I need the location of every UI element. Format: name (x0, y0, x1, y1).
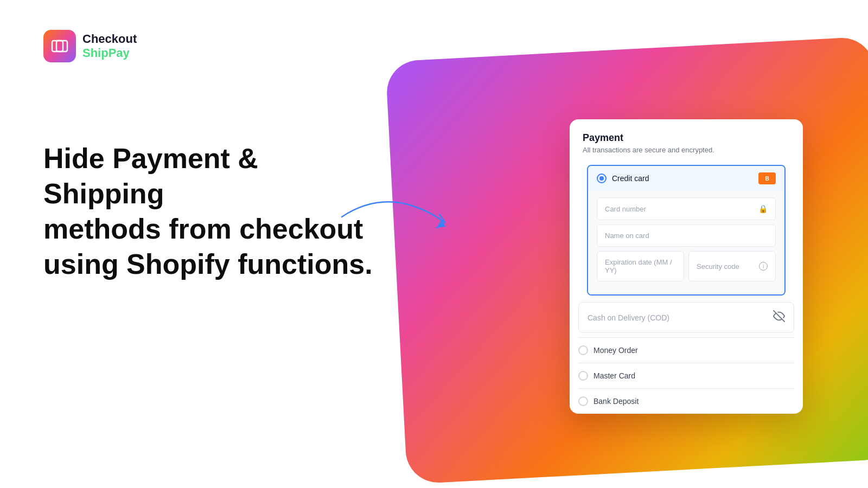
credit-card-section: Credit card B Card number 🔒 Name on card… (578, 165, 794, 296)
bank-deposit-label-area: Bank Deposit (578, 396, 639, 406)
security-code-placeholder: Security code (697, 262, 739, 271)
credit-card-radio[interactable] (597, 174, 607, 183)
card-number-placeholder: Card number (605, 205, 646, 213)
bank-deposit-row[interactable]: Bank Deposit (570, 389, 803, 414)
logo-text: Checkout ShipPay (82, 32, 137, 61)
payment-subtitle: All transactions are secure and encrypte… (583, 146, 790, 154)
cash-on-delivery-row[interactable]: Cash on Delivery (COD) (578, 302, 794, 333)
logo-shippay-text: ShipPay (82, 46, 137, 60)
money-order-radio[interactable] (578, 345, 588, 355)
arrow-decoration (326, 174, 477, 282)
master-card-row[interactable]: Master Card (570, 363, 803, 388)
logo-icon (43, 30, 76, 62)
payment-panel: Payment All transactions are secure and … (570, 119, 803, 414)
money-order-label: Money Order (593, 346, 638, 355)
master-card-label: Master Card (593, 371, 635, 380)
money-order-row[interactable]: Money Order (570, 338, 803, 363)
expiry-security-row: Expiration date (MM / YY) Security code … (597, 251, 776, 286)
bank-deposit-radio[interactable] (578, 396, 588, 406)
name-on-card-field[interactable]: Name on card (597, 224, 776, 247)
cash-on-delivery-label: Cash on Delivery (COD) (588, 313, 669, 322)
payment-title: Payment (583, 132, 790, 144)
credit-card-header[interactable]: Credit card B (588, 166, 784, 191)
credit-card-option[interactable]: Credit card B Card number 🔒 Name on card… (587, 165, 786, 296)
card-form: Card number 🔒 Name on card Expiration da… (588, 191, 784, 294)
master-card-radio[interactable] (578, 371, 588, 381)
security-code-field[interactable]: Security code i (688, 251, 776, 281)
card-logo-badge: B (758, 172, 776, 184)
card-number-field[interactable]: Card number 🔒 (597, 197, 776, 220)
lock-icon: 🔒 (758, 204, 768, 213)
info-icon: i (759, 262, 768, 271)
svg-rect-1 (56, 41, 67, 52)
svg-rect-0 (52, 41, 63, 52)
expiration-field[interactable]: Expiration date (MM / YY) (597, 251, 684, 281)
master-card-label-area: Master Card (578, 371, 635, 381)
logo-checkout-text: Checkout (82, 32, 137, 46)
eye-slash-icon (773, 310, 785, 325)
logo-area: Checkout ShipPay (43, 30, 137, 62)
money-order-label-area: Money Order (578, 345, 638, 355)
name-on-card-placeholder: Name on card (605, 232, 649, 240)
spacer (570, 333, 803, 337)
payment-header: Payment All transactions are secure and … (570, 119, 803, 158)
expiration-placeholder: Expiration date (MM / YY) (605, 258, 676, 274)
credit-card-label-area: Credit card (597, 174, 649, 183)
credit-card-label: Credit card (612, 174, 649, 183)
bank-deposit-label: Bank Deposit (593, 397, 639, 406)
